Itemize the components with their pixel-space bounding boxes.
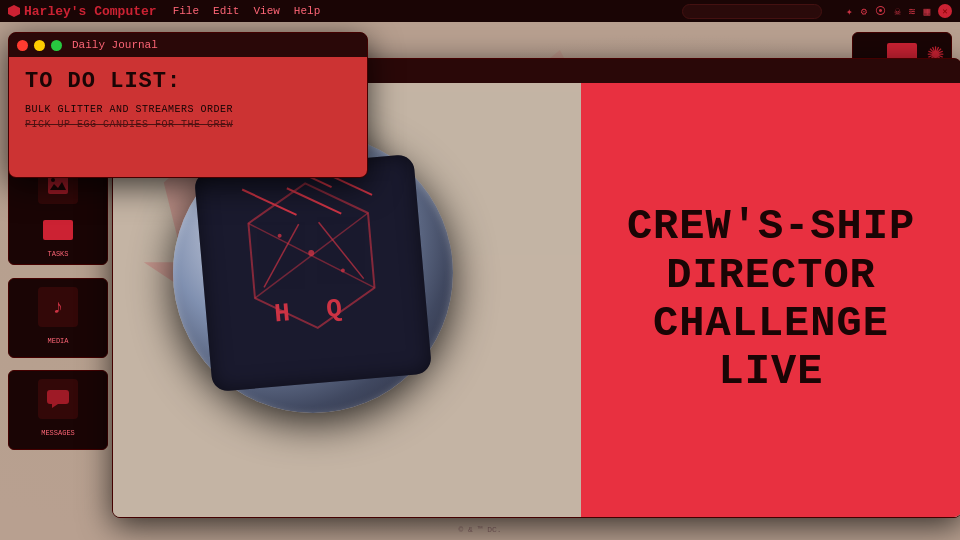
menu-file[interactable]: File [173, 5, 199, 17]
journal-title: Daily Journal [72, 39, 158, 51]
battery-icon: ▦ [923, 5, 930, 18]
music-note-icon: ♪ [52, 296, 64, 319]
menu-help[interactable]: Help [294, 5, 320, 17]
challenge-text: CREW'S-SHIPDIRECTORCHALLENGELIVE [627, 203, 915, 396]
journal-close-btn[interactable] [17, 40, 28, 51]
svg-point-16 [308, 250, 315, 257]
menubar-system-icons: ✦ ⚙ ⦿ ☠ ≋ ▦ ✕ [846, 4, 952, 18]
journal-titlebar: Daily Journal [9, 33, 367, 57]
left-panel-1-label: TASKS [9, 248, 107, 260]
todo-item-1: BULK GLITTER AND STREAMERS ORDER [25, 104, 351, 115]
left-panel-1-text [9, 212, 107, 248]
app-logo[interactable]: Harley's Computer [8, 4, 157, 19]
app-name: Harley's Computer [24, 4, 157, 19]
skull-icon: ☠ [894, 5, 901, 18]
copyright-text: © & ™ DC. [458, 525, 501, 534]
menubar-items: File Edit View Help [173, 5, 321, 17]
record-icon: ⦿ [875, 5, 886, 18]
red-decoration [43, 220, 73, 240]
journal-min-btn[interactable] [34, 40, 45, 51]
left-panel-messages: MESSAGES [8, 370, 108, 450]
svg-rect-11 [47, 390, 69, 404]
todo-item-2: PICK UP EGG CANDIES FOR THE CREW [25, 119, 351, 130]
journal-window: Daily Journal TO DO LIST: BULK GLITTER A… [8, 32, 368, 178]
left-panel-3-label: MESSAGES [9, 427, 107, 439]
coin-design-svg: H Q [194, 154, 432, 392]
chat-icon [46, 389, 70, 409]
menu-view[interactable]: View [253, 5, 279, 17]
todo-title: TO DO LIST: [25, 69, 351, 94]
journal-max-btn[interactable] [51, 40, 62, 51]
svg-line-22 [319, 219, 364, 282]
menu-edit[interactable]: Edit [213, 5, 239, 17]
journal-content: TO DO LIST: BULK GLITTER AND STREAMERS O… [9, 57, 367, 177]
coin-inner: H Q [194, 154, 432, 392]
power-button[interactable]: ✕ [938, 4, 952, 18]
media-icon-area: ♪ [38, 287, 78, 327]
crew-challenge-panel: CREW'S-SHIPDIRECTORCHALLENGELIVE [581, 83, 960, 517]
svg-text:H: H [273, 298, 291, 329]
wifi-icon: ✦ [846, 5, 853, 18]
messages-icon-area [38, 379, 78, 419]
svg-point-10 [51, 178, 55, 182]
menubar: Harley's Computer File Edit View Help ✦ … [0, 0, 960, 22]
svg-text:Q: Q [325, 294, 343, 325]
logo-icon [8, 5, 20, 17]
left-panel-2-label: MEDIA [9, 335, 107, 347]
search-input[interactable] [682, 4, 822, 19]
svg-point-17 [277, 234, 281, 238]
signal-icon: ≋ [909, 5, 916, 18]
desktop: Harley's Computer File Edit View Help ✦ … [0, 0, 960, 540]
coin-lines: H Q [194, 154, 432, 392]
search-area [682, 2, 822, 20]
left-panel-media: ♪ MEDIA [8, 278, 108, 358]
settings-icon: ⚙ [861, 5, 868, 18]
